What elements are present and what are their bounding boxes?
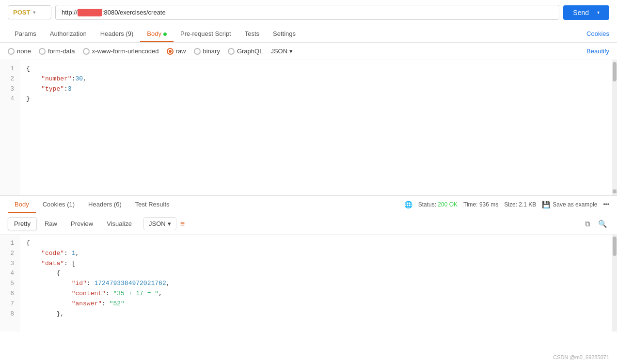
response-time: Time: 936 ms — [463, 201, 498, 208]
tab-settings[interactable]: Settings — [266, 25, 302, 42]
response-meta: 🌐 Status: 200 OK Time: 936 ms Size: 2.1 … — [404, 201, 609, 208]
tab-body[interactable]: Body — [140, 25, 174, 42]
body-dot-indicator — [163, 32, 167, 36]
response-editor-scrollbar[interactable] — [612, 235, 617, 332]
response-actions: ⧉ 🔍 — [583, 218, 609, 230]
radio-none[interactable]: none — [8, 47, 31, 55]
tab-tests[interactable]: Tests — [238, 25, 266, 42]
radio-graphql[interactable]: GraphQL — [228, 47, 263, 55]
format-visualize-button[interactable]: Visualize — [101, 218, 138, 230]
radio-urlencoded[interactable]: x-www-form-urlencoded — [83, 47, 159, 55]
save-as-example-button[interactable]: 💾 Save as example — [542, 201, 597, 208]
format-preview-button[interactable]: Preview — [65, 218, 99, 230]
send-label: Send — [573, 9, 589, 16]
response-section: Body Cookies (1) Headers (6) Test Result… — [0, 196, 617, 332]
response-size: Size: 2.1 KB — [504, 201, 536, 208]
json-dropdown-chevron-icon: ▾ — [289, 47, 293, 55]
url-display: http:// — [62, 9, 78, 16]
cookies-link[interactable]: Cookies — [586, 30, 609, 37]
url-suffix: :8080/exercises/create — [102, 9, 166, 16]
radio-none-circle — [8, 48, 15, 55]
format-pretty-button[interactable]: Pretty — [8, 217, 37, 230]
tab-headers[interactable]: Headers (9) — [94, 25, 141, 42]
url-bar: POST ▾ http://▓▓▓▓▓:8080/exercises/creat… — [0, 0, 617, 25]
more-options-icon[interactable]: ••• — [603, 201, 609, 208]
response-json-chevron-icon: ▾ — [168, 220, 171, 227]
response-status: Status: 200 OK — [418, 201, 458, 208]
response-body-editor[interactable]: 1 2 3 4 5 6 7 8 { "code": 1, "data": [ {… — [0, 235, 617, 332]
method-selector[interactable]: POST ▾ — [8, 5, 51, 19]
method-label: POST — [13, 9, 30, 16]
response-scrollbar-thumb — [613, 237, 617, 256]
format-raw-button[interactable]: Raw — [39, 218, 63, 230]
send-chevron-icon: ▾ — [593, 10, 600, 15]
tab-params[interactable]: Params — [8, 25, 43, 42]
response-tab-headers[interactable]: Headers (6) — [81, 196, 128, 213]
request-body-editor[interactable]: 1 2 3 4 { "number":30, "type":3 } — [0, 60, 617, 196]
response-json-dropdown[interactable]: JSON ▾ — [143, 217, 176, 230]
response-format-row: Pretty Raw Preview Visualize JSON ▾ ≡ ⧉ … — [0, 213, 617, 235]
status-ok: 200 OK — [438, 201, 458, 208]
copy-icon[interactable]: ⧉ — [583, 218, 592, 230]
radio-urlencoded-circle — [83, 48, 90, 55]
save-icon: 💾 — [542, 201, 550, 208]
request-editor-scrollbar[interactable] — [612, 60, 617, 195]
response-tab-test-results[interactable]: Test Results — [128, 196, 176, 213]
request-scrollbar-thumb — [613, 62, 617, 81]
body-type-row: none form-data x-www-form-urlencoded raw… — [0, 43, 617, 60]
radio-graphql-circle — [228, 48, 235, 55]
request-tabs: Params Authorization Headers (9) Body Pr… — [0, 25, 617, 43]
radio-binary-circle — [194, 48, 201, 55]
request-body-code[interactable]: { "number":30, "type":3 } — [19, 60, 612, 195]
url-redacted: ▓▓▓▓▓ — [78, 9, 102, 16]
radio-form-data-circle — [39, 48, 46, 55]
response-line-numbers: 1 2 3 4 5 6 7 8 — [0, 235, 19, 332]
json-type-dropdown[interactable]: JSON ▾ — [270, 47, 293, 55]
send-button[interactable]: Send ▾ — [563, 5, 609, 20]
request-line-numbers: 1 2 3 4 — [0, 60, 19, 195]
response-tabs-row: Body Cookies (1) Headers (6) Test Result… — [0, 196, 617, 213]
response-body-code: { "code": 1, "data": [ { "id": 172479338… — [19, 235, 612, 332]
filter-icon[interactable]: ≡ — [180, 220, 185, 228]
beautify-button[interactable]: Beautify — [586, 47, 609, 55]
tab-pre-request-script[interactable]: Pre-request Script — [174, 25, 238, 42]
radio-raw-circle — [167, 48, 174, 55]
radio-raw[interactable]: raw — [167, 47, 186, 55]
response-tab-cookies[interactable]: Cookies (1) — [36, 196, 81, 213]
globe-icon: 🌐 — [404, 201, 412, 208]
method-chevron-icon: ▾ — [33, 10, 35, 15]
radio-form-data[interactable]: form-data — [39, 47, 75, 55]
tab-authorization[interactable]: Authorization — [43, 25, 94, 42]
search-icon[interactable]: 🔍 — [596, 218, 609, 230]
response-tab-body[interactable]: Body — [8, 196, 36, 213]
request-scrollbar-bottom — [613, 190, 617, 193]
radio-binary[interactable]: binary — [194, 47, 220, 55]
